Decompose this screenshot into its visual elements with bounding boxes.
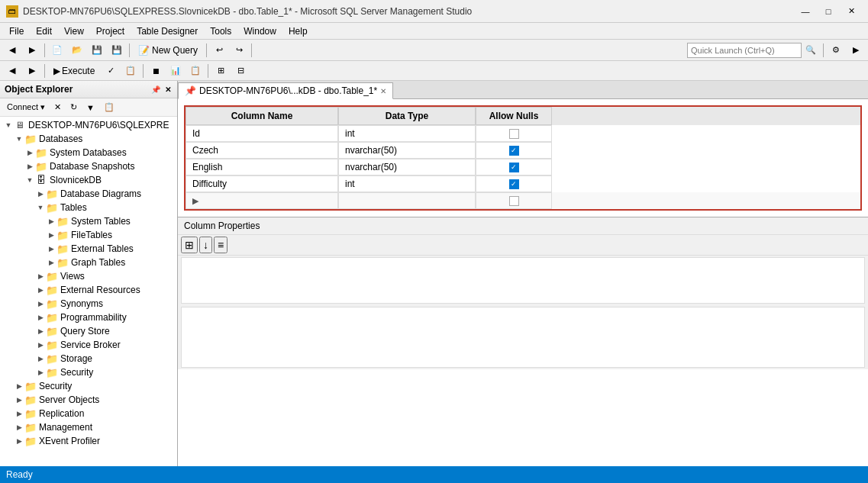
tb2-fwd[interactable]: ▶ xyxy=(23,63,41,79)
properties-button[interactable]: ⚙ xyxy=(827,42,845,59)
cell-name-id[interactable]: Id xyxy=(186,125,338,142)
cell-name-czech[interactable]: Czech xyxy=(186,142,338,159)
tree-item-databases[interactable]: ▼ 📁 Databases xyxy=(0,132,177,146)
close-button[interactable]: ✕ xyxy=(841,4,862,19)
menu-tools[interactable]: Tools xyxy=(204,23,237,39)
table-row[interactable]: Difficulty int xyxy=(186,175,860,192)
open-button[interactable]: 📂 xyxy=(68,42,86,59)
tree-item-external-tables[interactable]: ▶ 📁 External Tables xyxy=(0,242,177,256)
menu-edit[interactable]: Edit xyxy=(30,23,58,39)
tb2-btn7[interactable]: ⊟ xyxy=(231,63,250,79)
checkbox-id[interactable] xyxy=(509,129,519,139)
cell-type-english[interactable]: nvarchar(50) xyxy=(338,159,476,175)
cell-null-difficulty[interactable] xyxy=(476,175,552,192)
cell-name-english[interactable]: English xyxy=(186,159,338,175)
expand-icon-system-tables[interactable]: ▶ xyxy=(46,216,56,227)
redo-button[interactable]: ↪ xyxy=(230,42,248,59)
new-row-checkbox[interactable] xyxy=(509,196,519,206)
save-button[interactable]: 💾 xyxy=(88,42,106,59)
quick-launch-search-icon[interactable]: 🔍 xyxy=(802,42,820,59)
table-designer-tab[interactable]: 📌 DESKTOP-MN76PU6\...kDB - dbo.Table_1* … xyxy=(178,82,393,99)
expand-icon-external-resources[interactable]: ▶ xyxy=(35,285,46,295)
tree-item-views[interactable]: ▶ 📁 Views xyxy=(0,269,177,283)
tree-item-server-objects[interactable]: ▶ 📁 Server Objects xyxy=(0,393,177,407)
tree-item-slovnicekdb[interactable]: ▼ 🗄 SlovnicekDB xyxy=(0,173,177,187)
checkbox-english[interactable] xyxy=(509,163,519,172)
tree-item-tables[interactable]: ▼ 📁 Tables xyxy=(0,201,177,214)
cp-sort-desc-button[interactable]: ↓ xyxy=(199,237,212,253)
menu-file[interactable]: File xyxy=(3,23,30,39)
tree-item-server[interactable]: ▼ 🖥 DESKTOP-MN76PU6\SQLEXPRE xyxy=(0,118,177,132)
tree-item-service-broker[interactable]: ▶ 📁 Service Broker xyxy=(0,338,177,352)
minimize-button[interactable]: — xyxy=(795,4,816,19)
tree-item-synonyms[interactable]: ▶ 📁 Synonyms xyxy=(0,297,177,311)
expand-icon-security-outer[interactable]: ▶ xyxy=(14,381,24,391)
cell-type-difficulty[interactable]: int xyxy=(338,175,476,192)
expand-icon-external-tables[interactable]: ▶ xyxy=(46,243,56,254)
table-row[interactable]: Czech nvarchar(50) xyxy=(186,142,860,159)
tree-item-management[interactable]: ▶ 📁 Management xyxy=(0,420,177,434)
oe-refresh-button[interactable]: ↻ xyxy=(66,100,81,114)
oe-filter-button[interactable]: ▼ xyxy=(82,101,98,114)
tb2-btn3[interactable]: ⏹ xyxy=(147,63,165,79)
new-query-button[interactable]: 📝 New Query xyxy=(133,43,203,58)
tb2-btn4[interactable]: 📊 xyxy=(166,63,185,79)
cell-null-english[interactable] xyxy=(476,159,552,175)
expand-icon-server-objects[interactable]: ▶ xyxy=(14,394,24,405)
expand-icon-db-diagrams[interactable]: ▶ xyxy=(35,188,46,199)
cp-list-button[interactable]: ≡ xyxy=(214,237,227,253)
expand-icon-graph-tables[interactable]: ▶ xyxy=(46,257,56,268)
cell-null-czech[interactable] xyxy=(476,142,552,159)
expand-icon-databases[interactable]: ▼ xyxy=(14,134,24,144)
check-btn[interactable]: ✓ xyxy=(102,63,120,79)
expand-icon-server[interactable]: ▼ xyxy=(3,120,14,130)
menu-table-designer[interactable]: Table Designer xyxy=(131,23,204,39)
tree-item-storage[interactable]: ▶ 📁 Storage xyxy=(0,352,177,365)
menu-view[interactable]: View xyxy=(58,23,90,39)
expand-icon-filetables[interactable]: ▶ xyxy=(46,230,56,240)
expand-icon-slovnicekdb[interactable]: ▼ xyxy=(24,175,35,185)
back-button[interactable]: ◀ xyxy=(3,42,21,59)
table-row[interactable]: Id int xyxy=(186,125,860,142)
maximize-button[interactable]: □ xyxy=(818,4,839,19)
oe-disconnect-button[interactable]: ✕ xyxy=(50,100,65,114)
tree-item-programmability[interactable]: ▶ 📁 Programmability xyxy=(0,311,177,324)
new-row[interactable]: ▶ xyxy=(186,192,860,209)
forward-button[interactable]: ▶ xyxy=(23,42,41,59)
cell-type-czech[interactable]: nvarchar(50) xyxy=(338,142,476,159)
debug-button[interactable]: ▶ xyxy=(847,42,865,59)
expand-icon-storage[interactable]: ▶ xyxy=(35,353,46,364)
tree-item-filetables[interactable]: ▶ 📁 FileTables xyxy=(0,228,177,242)
menu-help[interactable]: Help xyxy=(282,23,314,39)
tree-item-xevent-profiler[interactable]: ▶ 📁 XEvent Profiler xyxy=(0,434,177,448)
tree-item-db-diagrams[interactable]: ▶ 📁 Database Diagrams xyxy=(0,187,177,201)
quick-launch-input[interactable] xyxy=(687,43,802,58)
expand-icon-system-dbs[interactable]: ▶ xyxy=(24,147,35,158)
tab-close-icon[interactable]: ✕ xyxy=(380,87,386,95)
menu-window[interactable]: Window xyxy=(237,23,282,39)
tree-item-external-resources[interactable]: ▶ 📁 External Resources xyxy=(0,283,177,297)
cp-sort-asc-button[interactable]: ⊞ xyxy=(181,237,198,253)
expand-icon-security-inner[interactable]: ▶ xyxy=(35,367,46,378)
expand-icon-query-store[interactable]: ▶ xyxy=(35,326,46,336)
cell-null-id[interactable] xyxy=(476,125,552,142)
checkbox-czech[interactable] xyxy=(509,146,519,156)
save-all-button[interactable]: 💾 xyxy=(108,42,126,59)
oe-summary-button[interactable]: 📋 xyxy=(100,100,118,114)
tb2-btn6[interactable]: ⊞ xyxy=(211,63,230,79)
new-file-button[interactable]: 📄 xyxy=(48,42,66,59)
tree-item-db-snapshots[interactable]: ▶ 📁 Database Snapshots xyxy=(0,159,177,173)
tb2-btn5[interactable]: 📋 xyxy=(186,63,205,79)
cell-type-id[interactable]: int xyxy=(338,125,476,142)
new-row-type-cell[interactable] xyxy=(338,192,476,209)
tree-item-replication[interactable]: ▶ 📁 Replication xyxy=(0,407,177,420)
expand-icon-db-snapshots[interactable]: ▶ xyxy=(24,161,35,172)
tree-item-system-dbs[interactable]: ▶ 📁 System Databases xyxy=(0,146,177,159)
tree-item-system-tables[interactable]: ▶ 📁 System Tables xyxy=(0,214,177,228)
tree-item-security-inner[interactable]: ▶ 📁 Security xyxy=(0,365,177,379)
table-row[interactable]: English nvarchar(50) xyxy=(186,159,860,175)
oe-pin-icon[interactable]: 📌 xyxy=(150,85,162,95)
expand-icon-tables[interactable]: ▼ xyxy=(35,202,46,213)
expand-icon-synonyms[interactable]: ▶ xyxy=(35,298,46,309)
expand-icon-xevent-profiler[interactable]: ▶ xyxy=(14,436,24,446)
